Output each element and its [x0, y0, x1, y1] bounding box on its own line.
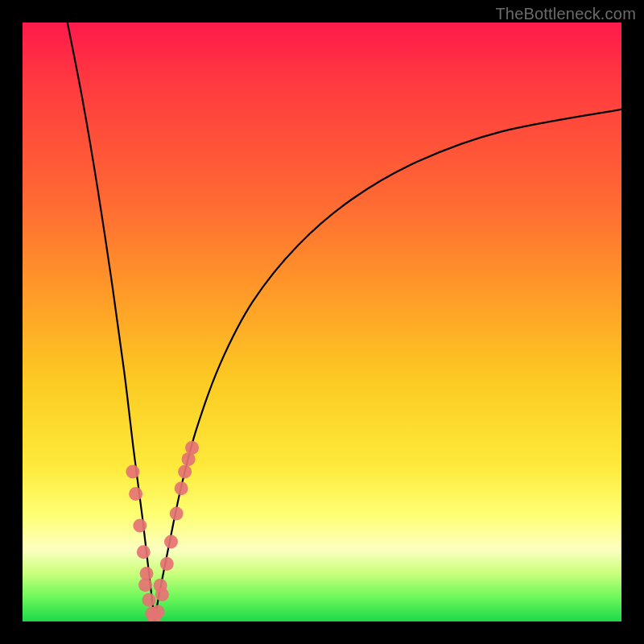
scatter-point: [151, 605, 165, 619]
scatter-point: [138, 578, 152, 592]
scatter-point: [126, 465, 139, 479]
chart-frame: TheBottleneck.com: [0, 0, 644, 644]
series-dots-left: [126, 465, 161, 622]
series-dots-right: [151, 441, 199, 619]
scatter-point: [160, 557, 174, 571]
watermark-text: TheBottleneck.com: [495, 5, 636, 23]
scatter-point: [133, 518, 147, 532]
plot-area: [23, 23, 621, 621]
scatter-point: [178, 465, 192, 479]
scatter-point: [129, 487, 142, 501]
series-right-branch: [155, 109, 621, 621]
scatter-point: [185, 441, 199, 455]
scatter-point: [164, 535, 178, 549]
scatter-point: [175, 481, 188, 495]
scatter-point: [154, 579, 167, 592]
line-right-branch: [155, 109, 621, 621]
chart-svg: [23, 23, 621, 621]
scatter-point: [142, 593, 155, 607]
scatter-point: [170, 507, 184, 521]
scatter-point: [137, 545, 151, 559]
